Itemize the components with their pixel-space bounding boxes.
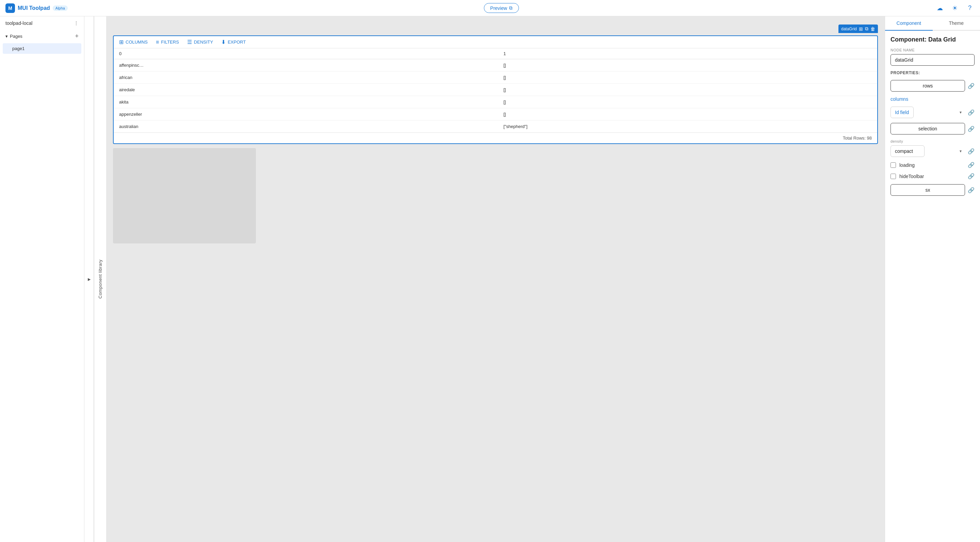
density-select-row: compact standard comfortable 🔗: [891, 145, 975, 157]
datagrid-footer: Total Rows: 98: [114, 132, 877, 143]
filters-button[interactable]: ≡ FILTERS: [156, 39, 179, 45]
loading-link-icon[interactable]: 🔗: [968, 162, 975, 168]
selection-button[interactable]: selection: [891, 123, 965, 134]
col-header-0: 0: [114, 48, 498, 59]
alpha-badge: Alpha: [53, 5, 68, 11]
rows-prop-row: rows 🔗: [891, 80, 975, 92]
export-icon: ⬇: [221, 39, 226, 45]
component-library-panel: ▶ Component library: [84, 16, 106, 542]
main-layout: toolpad-local ⋮ ▾ Pages + page1 ▶ Compon…: [0, 16, 980, 542]
table-row: appenzeller[]: [114, 108, 877, 121]
rows-button[interactable]: rows: [891, 80, 965, 92]
cell-col1: []: [498, 96, 877, 108]
placeholder-area: [113, 148, 256, 244]
density-label: density: [891, 139, 975, 143]
sun-icon[interactable]: ☀: [950, 3, 959, 13]
sx-prop-row: sx 🔗: [891, 184, 975, 196]
project-name: toolpad-local: [5, 21, 32, 26]
id-field-wrapper: Id field: [891, 107, 965, 118]
cell-col1: ["shepherd"]: [498, 121, 877, 133]
canvas: dataGrid ⊞ ⧉ 🗑 ⊞ COLUMNS ≡ FILTERS: [106, 16, 885, 542]
hide-toolbar-link-icon[interactable]: 🔗: [968, 173, 975, 179]
pages-header: ▾ Pages +: [0, 30, 84, 43]
table-row: african[]: [114, 72, 877, 84]
table-row: australian["shepherd"]: [114, 121, 877, 133]
hide-toolbar-row: hideToolbar 🔗: [891, 173, 975, 179]
selection-link-icon[interactable]: 🔗: [968, 126, 975, 132]
topbar: M MUI Toolpad Alpha Preview ⧉ ☁ ☀ ?: [0, 0, 980, 16]
density-icon: ☰: [187, 39, 192, 45]
columns-link[interactable]: columns: [891, 96, 908, 102]
pages-label: ▾ Pages: [5, 34, 22, 39]
datagrid-container: dataGrid ⊞ ⧉ 🗑 ⊞ COLUMNS ≡ FILTERS: [113, 35, 878, 144]
node-name-input[interactable]: [891, 54, 975, 66]
sx-button[interactable]: sx: [891, 184, 965, 196]
table-row: affenpinsc…[]: [114, 59, 877, 72]
sidebar-item-page1[interactable]: page1: [3, 43, 81, 54]
loading-label: loading: [899, 163, 915, 168]
density-link-icon[interactable]: 🔗: [968, 148, 975, 155]
chevron-down-icon[interactable]: ▾: [5, 34, 8, 39]
cloud-icon[interactable]: ☁: [935, 3, 945, 13]
app-logo: M MUI Toolpad Alpha: [5, 3, 68, 13]
sx-link-icon[interactable]: 🔗: [968, 187, 975, 193]
cell-col0: affenpinsc…: [114, 59, 498, 72]
id-field-link-icon[interactable]: 🔗: [968, 109, 975, 116]
properties-label: PROPERTIES:: [891, 70, 975, 75]
cell-col0: airedale: [114, 84, 498, 96]
cell-col0: appenzeller: [114, 108, 498, 121]
tab-component[interactable]: Component: [885, 16, 933, 31]
topbar-right: ☁ ☀ ?: [935, 3, 975, 13]
datagrid-copy-icon[interactable]: ⧉: [865, 26, 869, 32]
right-panel: Component Theme Component: Data Grid Nod…: [885, 16, 980, 542]
columns-button[interactable]: ⊞ COLUMNS: [119, 39, 148, 45]
cell-col1: []: [498, 108, 877, 121]
hide-toolbar-checkbox[interactable]: [891, 174, 896, 179]
columns-icon: ⊞: [119, 39, 124, 45]
density-wrapper: compact standard comfortable: [891, 145, 965, 157]
density-button[interactable]: ☰ DENSITY: [187, 39, 213, 45]
component-library-tab[interactable]: Component library: [94, 16, 106, 542]
density-group: density compact standard comfortable 🔗: [891, 139, 975, 157]
cell-col1: []: [498, 84, 877, 96]
sidebar-actions: ⋮: [74, 21, 79, 26]
right-panel-content: Component: Data Grid Node name PROPERTIE…: [885, 31, 980, 201]
datagrid-tag: dataGrid ⊞ ⧉ 🗑: [838, 24, 878, 33]
id-field-select[interactable]: Id field: [891, 107, 914, 118]
hide-toolbar-label: hideToolbar: [899, 174, 924, 179]
cell-col1: []: [498, 72, 877, 84]
export-button[interactable]: ⬇ EXPORT: [221, 39, 246, 45]
loading-checkbox[interactable]: [891, 163, 896, 168]
rows-link-icon[interactable]: 🔗: [968, 83, 975, 89]
datagrid-delete-icon[interactable]: 🗑: [870, 26, 875, 32]
expand-arrow[interactable]: ▶: [84, 16, 94, 542]
id-field-row: Id field 🔗: [891, 107, 975, 118]
density-select[interactable]: compact standard comfortable: [891, 145, 924, 157]
tab-theme[interactable]: Theme: [933, 16, 980, 30]
datagrid: ⊞ COLUMNS ≡ FILTERS ☰ DENSITY ⬇ EXPORT: [113, 35, 878, 144]
topbar-center: Preview ⧉: [72, 3, 931, 13]
cell-col0: akita: [114, 96, 498, 108]
filters-icon: ≡: [156, 39, 159, 45]
cell-col0: african: [114, 72, 498, 84]
more-options-icon[interactable]: ⋮: [74, 21, 79, 26]
sidebar-header: toolpad-local ⋮: [0, 16, 84, 30]
help-icon[interactable]: ?: [965, 3, 975, 13]
cell-col0: australian: [114, 121, 498, 133]
component-title: Component: Data Grid: [891, 36, 975, 43]
right-panel-tabs: Component Theme: [885, 16, 980, 31]
sidebar: toolpad-local ⋮ ▾ Pages + page1: [0, 16, 84, 542]
table-row: airedale[]: [114, 84, 877, 96]
cell-col1: []: [498, 59, 877, 72]
datagrid-toolbar: ⊞ COLUMNS ≡ FILTERS ☰ DENSITY ⬇ EXPORT: [114, 36, 877, 48]
datagrid-grid-icon[interactable]: ⊞: [859, 26, 863, 32]
add-page-button[interactable]: +: [75, 33, 79, 40]
datagrid-table: 0 1 affenpinsc…[]african[]airedale[]akit…: [114, 48, 877, 132]
preview-button[interactable]: Preview ⧉: [484, 3, 519, 13]
node-name-group: Node name: [891, 48, 975, 66]
loading-row: loading 🔗: [891, 162, 975, 168]
node-name-label: Node name: [891, 48, 975, 52]
app-name: MUI Toolpad: [18, 5, 50, 11]
logo-icon: M: [5, 3, 15, 13]
col-header-1: 1: [498, 48, 877, 59]
